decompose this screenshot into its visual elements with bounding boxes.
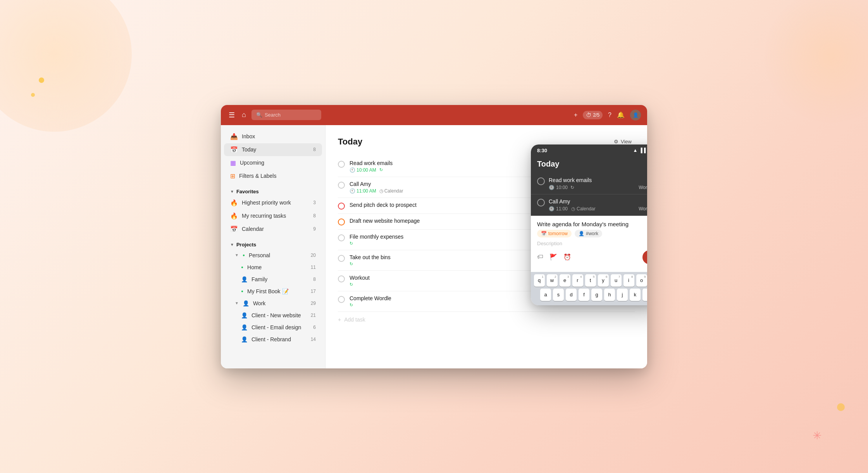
recurring-icon-6: ↻ xyxy=(350,261,353,267)
help-icon[interactable]: ? xyxy=(608,112,611,119)
sidebar-item-client-website[interactable]: 👤 Client - New website 21 xyxy=(224,310,322,321)
phone-today-title: Today xyxy=(537,160,559,169)
phone-overlay: 8:30 ▲ ▐▐▐ 🔋 Today ⋮ xyxy=(531,144,647,305)
alarm-icon[interactable]: ⏰ xyxy=(563,253,571,261)
tag-tomorrow[interactable]: 📅 tomorrow xyxy=(537,230,572,237)
key-i[interactable]: 8i xyxy=(623,274,634,287)
bell-icon[interactable]: 🔔 xyxy=(617,111,625,119)
key-f[interactable]: f xyxy=(579,289,589,301)
recurring-icon-1: ↻ xyxy=(379,167,383,172)
task-checkbox-2[interactable] xyxy=(338,182,345,189)
content-area: Today ⚙ View Read work emails 🕙 10:00 AM xyxy=(326,125,647,368)
today-count: 8 xyxy=(313,147,316,152)
karma-icon: ⏱ xyxy=(586,112,591,118)
key-r[interactable]: 4r xyxy=(572,274,583,287)
keyboard: 1q 2w 3e 4r 5t 6y 7u 8i 9o 0p a s xyxy=(531,272,647,305)
task-checkbox-6[interactable] xyxy=(338,255,345,262)
phone-checkbox-1[interactable] xyxy=(537,177,545,185)
phone-task-2[interactable]: Call Amy 🕙 11:00 ◷ Calendar Work 👤 xyxy=(531,194,647,216)
key-w[interactable]: 2w xyxy=(547,274,558,287)
sidebar-item-inbox[interactable]: 📥 Inbox xyxy=(224,130,322,143)
sidebar-item-personal[interactable]: ▼ ● Personal 20 xyxy=(224,249,322,261)
key-a[interactable]: a xyxy=(540,289,551,301)
page-title: Today xyxy=(338,137,362,147)
sidebar-item-home[interactable]: ● Home 11 xyxy=(224,261,322,273)
karma-badge[interactable]: ⏱ 2/5 xyxy=(583,111,603,119)
recurring-icon-5: ↻ xyxy=(350,241,353,246)
key-k[interactable]: k xyxy=(630,289,641,301)
key-num-7: 7 xyxy=(618,275,620,279)
key-y[interactable]: 6y xyxy=(598,274,609,287)
client-website-dot: 👤 xyxy=(241,312,248,318)
sidebar-item-recurring[interactable]: 🔥 My recurring tasks 8 xyxy=(224,210,322,222)
sidebar-item-highest-priority[interactable]: 🔥 Highest priority work 3 xyxy=(224,196,322,209)
work-collapse: ▼ xyxy=(235,301,239,305)
key-u[interactable]: 7u xyxy=(611,274,622,287)
projects-header[interactable]: ▼ Projects xyxy=(224,239,322,249)
key-q[interactable]: 1q xyxy=(534,274,545,287)
sidebar-label-calendar: Calendar xyxy=(242,226,309,232)
phone-task-1[interactable]: Read work emails 🕙 10:00 ↻ Work 👤 xyxy=(531,173,647,194)
sidebar-item-client-rebrand[interactable]: 👤 Client - Rebrand 14 xyxy=(224,334,322,345)
phone-task-time-2: 🕙 11:00 ◷ Calendar xyxy=(549,206,596,212)
karma-count: 2/5 xyxy=(593,112,599,118)
projects-chevron: ▼ xyxy=(230,243,234,247)
calendar-icon: 📅 xyxy=(230,225,238,233)
sidebar-item-first-book[interactable]: ● My First Book 📝 17 xyxy=(224,286,322,297)
add-icon[interactable]: + xyxy=(574,112,577,119)
personal-count: 20 xyxy=(311,253,316,258)
sidebar-label-personal: Personal xyxy=(249,252,307,258)
key-h[interactable]: h xyxy=(604,289,615,301)
task-checkbox-8[interactable] xyxy=(338,296,345,303)
task-checkbox-5[interactable] xyxy=(338,234,345,241)
star-decoration: ✳ xyxy=(813,429,822,442)
label-icon[interactable]: 🏷 xyxy=(537,253,543,261)
sidebar-label-family: Family xyxy=(251,276,309,282)
key-o[interactable]: 9o xyxy=(636,274,647,287)
key-g[interactable]: g xyxy=(591,289,602,301)
home-count: 11 xyxy=(311,265,316,270)
recurring-count: 8 xyxy=(313,213,316,218)
task-time-2: 🕙 11:00 AM xyxy=(350,188,376,194)
quick-add-description: Description xyxy=(537,241,647,246)
phone-checkbox-2[interactable] xyxy=(537,199,545,206)
tag-work[interactable]: 👤 #work xyxy=(575,230,602,237)
key-s[interactable]: s xyxy=(553,289,564,301)
menu-icon[interactable]: ☰ xyxy=(227,109,236,121)
sidebar-item-client-email[interactable]: 👤 Client - Email design 6 xyxy=(224,322,322,333)
avatar[interactable]: 👤 xyxy=(630,110,641,120)
favorites-header[interactable]: ▼ Favorites xyxy=(224,186,322,196)
key-d[interactable]: d xyxy=(566,289,577,301)
sidebar-item-upcoming[interactable]: ▦ Upcoming xyxy=(224,157,322,169)
sidebar-item-filters[interactable]: ⊞ Filters & Labels xyxy=(224,170,322,182)
search-input[interactable] xyxy=(265,112,319,118)
key-t[interactable]: 5t xyxy=(585,274,596,287)
client-rebrand-count: 14 xyxy=(311,337,316,342)
sidebar-item-calendar[interactable]: 📅 Calendar 9 xyxy=(224,223,322,236)
recurring-icon: 🔥 xyxy=(230,212,238,220)
key-e[interactable]: 3e xyxy=(560,274,570,287)
quick-add-panel: Write agenda for Monday's meeting 📅 tomo… xyxy=(531,216,647,272)
home-icon[interactable]: ⌂ xyxy=(240,109,248,120)
quick-add-text: Write agenda for Monday's meeting xyxy=(537,221,647,227)
add-task-button[interactable]: + Add task xyxy=(338,312,635,327)
client-rebrand-dot: 👤 xyxy=(241,336,248,342)
sidebar-item-family[interactable]: 👤 Family 8 xyxy=(224,273,322,285)
key-l[interactable]: l xyxy=(642,289,647,301)
quick-add-icons: 🏷 🚩 ⏰ xyxy=(537,253,571,261)
send-button[interactable]: ▶ xyxy=(642,250,647,264)
upcoming-icon: ▦ xyxy=(230,159,236,167)
flag-icon[interactable]: 🚩 xyxy=(549,253,557,261)
key-num-8: 8 xyxy=(631,275,633,279)
projects-label: Projects xyxy=(236,242,256,248)
search-bar[interactable]: 🔍 xyxy=(251,110,321,120)
phone-task-list: Read work emails 🕙 10:00 ↻ Work 👤 xyxy=(531,173,647,216)
sidebar-item-today[interactable]: 📅 Today 8 xyxy=(224,143,322,156)
task-checkbox-3[interactable] xyxy=(338,203,345,210)
task-checkbox-1[interactable] xyxy=(338,161,345,168)
phone-cal-icon-2: ◷ xyxy=(571,206,575,212)
task-checkbox-4[interactable] xyxy=(338,218,345,225)
key-j[interactable]: j xyxy=(617,289,628,301)
task-checkbox-7[interactable] xyxy=(338,275,345,282)
sidebar-item-work[interactable]: ▼ 👤 Work 29 xyxy=(224,298,322,309)
